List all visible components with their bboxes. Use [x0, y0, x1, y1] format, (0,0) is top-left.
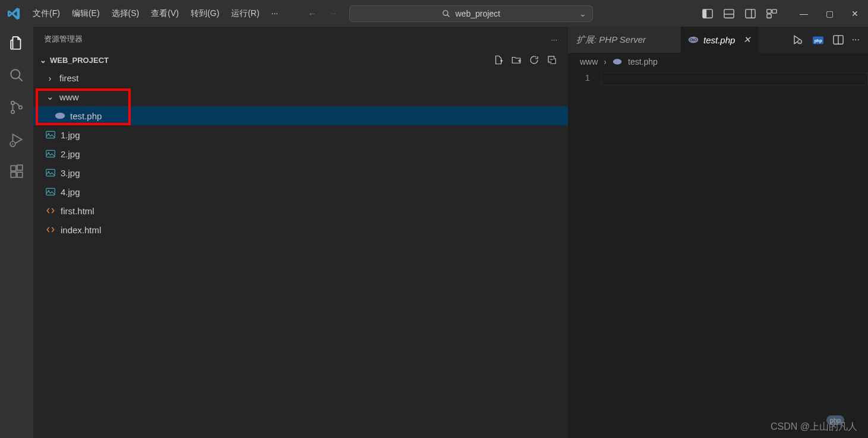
svg-line-1 — [447, 14, 450, 17]
svg-point-16 — [19, 106, 22, 109]
svg-point-15 — [11, 110, 14, 113]
activity-debug-icon[interactable] — [9, 132, 24, 147]
section-actions — [493, 55, 557, 65]
menu-more-icon[interactable]: ··· — [266, 4, 285, 24]
activity-extensions-icon[interactable] — [9, 164, 24, 179]
minimize-icon[interactable]: — — [800, 9, 808, 18]
vscode-icon — [0, 7, 27, 20]
window-controls: — ▢ ✕ — [800, 9, 858, 18]
svg-rect-11 — [767, 14, 771, 17]
svg-point-12 — [11, 69, 20, 78]
activity-explorer-icon[interactable] — [9, 36, 24, 51]
sidebar-more-icon[interactable]: ··· — [551, 35, 557, 44]
svg-rect-9 — [767, 9, 771, 12]
img-icon — [45, 131, 56, 139]
close-icon[interactable]: ✕ — [851, 9, 858, 18]
collapse-icon[interactable] — [547, 55, 557, 65]
search-icon — [442, 9, 450, 18]
menu-run[interactable]: 运行(R) — [225, 4, 265, 24]
menu-edit[interactable]: 编辑(E) — [66, 4, 106, 24]
nav-back-icon[interactable]: ← — [308, 9, 316, 18]
title-right: — ▢ ✕ — [702, 8, 868, 19]
project-header[interactable]: ⌄ WEB_PROJECT — [33, 52, 568, 68]
activity-scm-icon[interactable] — [9, 100, 24, 115]
main: 资源管理器 ··· ⌄ WEB_PROJECT ›firest⌄wwwtest.… — [0, 27, 868, 438]
php-icon — [688, 36, 699, 44]
menu-view[interactable]: 查看(V) — [145, 4, 185, 24]
layout-primary-icon[interactable] — [702, 8, 713, 19]
chevron-icon: › — [45, 73, 55, 83]
folder-www[interactable]: ⌄www — [33, 87, 568, 106]
svg-rect-20 — [11, 172, 16, 177]
activity-bar — [0, 27, 33, 438]
active-line[interactable] — [601, 72, 868, 85]
svg-rect-3 — [703, 9, 706, 17]
layout-customize-icon[interactable] — [766, 8, 777, 19]
sidebar-header: 资源管理器 ··· — [33, 27, 568, 52]
menu-goto[interactable]: 转到(G) — [185, 4, 225, 24]
breadcrumb[interactable]: www › test.php — [568, 53, 868, 70]
svg-point-41 — [613, 59, 622, 64]
menu-select[interactable]: 选择(S) — [106, 4, 146, 24]
command-center[interactable]: web_project ⌄ — [349, 5, 593, 22]
sidebar: 资源管理器 ··· ⌄ WEB_PROJECT ›firest⌄wwwtest.… — [33, 27, 568, 438]
menu-file[interactable]: 文件(F) — [27, 4, 66, 24]
svg-point-18 — [12, 144, 13, 145]
editor-area: 扩展: PHP Server test.php ✕ php ··· www › — [568, 27, 868, 438]
tree-item-label: 3.jpg — [61, 168, 80, 178]
run-debug-icon[interactable] — [791, 34, 803, 46]
svg-point-14 — [11, 101, 14, 104]
html-icon — [45, 225, 56, 234]
svg-rect-7 — [746, 9, 755, 17]
svg-rect-19 — [11, 166, 16, 171]
line-gutter: 1 — [568, 70, 601, 438]
editor-body[interactable]: 1 — [568, 70, 868, 438]
file-3.jpg[interactable]: 3.jpg — [33, 163, 568, 182]
img-icon — [45, 169, 56, 177]
tab-label: 扩展: PHP Server — [576, 34, 646, 46]
activity-search-icon[interactable] — [9, 68, 24, 83]
code-area[interactable] — [601, 70, 868, 438]
tree-item-label: 1.jpg — [61, 130, 80, 140]
tab-test-php[interactable]: test.php ✕ — [681, 27, 758, 53]
breadcrumb-segment[interactable]: test.php — [628, 57, 658, 66]
command-center-text: web_project — [455, 9, 500, 18]
file-first.html[interactable]: first.html — [33, 201, 568, 220]
new-folder-icon[interactable] — [511, 55, 522, 65]
maximize-icon[interactable]: ▢ — [826, 9, 834, 18]
svg-rect-5 — [724, 14, 734, 17]
tab-php-server[interactable]: 扩展: PHP Server — [568, 27, 681, 53]
breadcrumb-segment[interactable]: www — [580, 57, 598, 66]
php-serve-icon[interactable]: php — [812, 34, 825, 45]
line-number: 1 — [568, 72, 590, 82]
file-index.html[interactable]: index.html — [33, 220, 568, 239]
php-icon — [55, 112, 65, 120]
folder-firest[interactable]: ›firest — [33, 68, 568, 87]
tree-item-label: test.php — [70, 111, 102, 121]
chevron-right-icon: › — [604, 57, 607, 66]
sidebar-title: 资源管理器 — [44, 34, 83, 45]
svg-rect-29 — [46, 169, 55, 176]
layout-panel-icon[interactable] — [724, 8, 734, 19]
svg-rect-25 — [46, 131, 55, 138]
file-test.php[interactable]: test.php — [33, 106, 568, 125]
watermark: CSDN @上山的凡人 — [771, 421, 857, 433]
file-4.jpg[interactable]: 4.jpg — [33, 182, 568, 201]
new-file-icon[interactable] — [493, 55, 504, 65]
refresh-icon[interactable] — [529, 55, 539, 65]
split-editor-icon[interactable] — [833, 34, 844, 45]
file-1.jpg[interactable]: 1.jpg — [33, 125, 568, 144]
svg-point-24 — [55, 113, 65, 119]
html-icon — [45, 206, 56, 215]
title-bar: 文件(F) 编辑(E) 选择(S) 查看(V) 转到(G) 运行(R) ··· … — [0, 0, 868, 27]
svg-rect-21 — [17, 172, 23, 177]
editor-more-icon[interactable]: ··· — [852, 34, 860, 45]
file-tree: ›firest⌄wwwtest.php1.jpg2.jpg3.jpg4.jpgf… — [33, 68, 568, 239]
tree-item-label: index.html — [61, 225, 101, 235]
file-2.jpg[interactable]: 2.jpg — [33, 144, 568, 163]
tab-close-icon[interactable]: ✕ — [743, 34, 751, 45]
nav-forward-icon[interactable]: → — [329, 9, 337, 18]
chevron-down-icon: ⌄ — [579, 9, 586, 18]
layout-right-icon[interactable] — [745, 8, 756, 19]
tab-actions: php ··· — [783, 27, 868, 53]
